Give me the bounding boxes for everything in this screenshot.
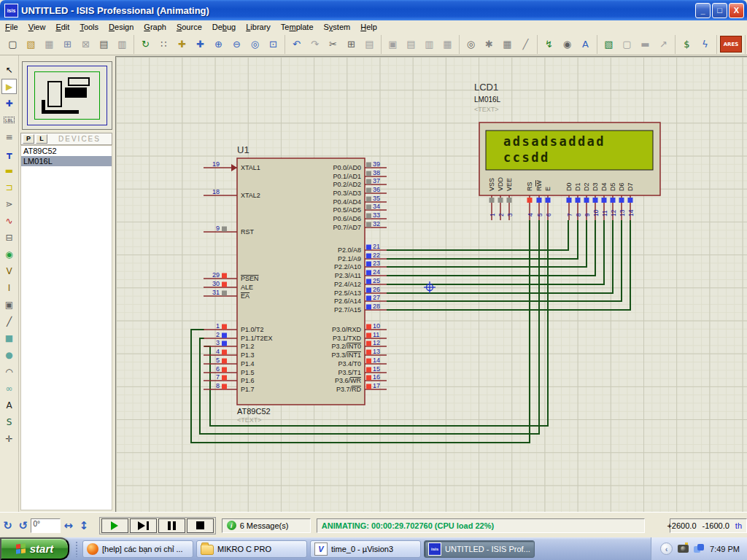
virtual-instruments-mode-button[interactable]: ▣	[1, 297, 17, 312]
menu-source[interactable]: Source	[171, 22, 207, 32]
taskbar-task-uvision[interactable]: Vtime_0 - µVision3	[310, 540, 421, 558]
block-delete-button[interactable]: ▦	[439, 36, 456, 52]
property-assignment-button[interactable]: A	[577, 36, 594, 52]
start-button[interactable]: start	[0, 537, 69, 560]
copy-button[interactable]: ⊞	[343, 36, 360, 52]
wire[interactable]	[387, 220, 568, 250]
2d-line-mode-button[interactable]: ╱	[1, 314, 17, 329]
stop-button[interactable]	[187, 518, 214, 533]
menu-view[interactable]: View	[23, 22, 51, 32]
step-button[interactable]	[130, 518, 157, 533]
block-copy-button[interactable]: ▣	[384, 36, 401, 52]
redo-button[interactable]: ↷	[306, 36, 323, 52]
wire[interactable]	[387, 220, 613, 293]
device-item-lm016l[interactable]: LM016L	[21, 156, 112, 166]
message-panel[interactable]: i 6 Message(s)	[222, 518, 311, 533]
block-move-button[interactable]: ▤	[403, 36, 419, 52]
print-button[interactable]: ▤	[96, 36, 112, 52]
menu-file[interactable]: File	[0, 22, 23, 32]
export-section-button[interactable]: ⊠	[77, 36, 94, 52]
redraw-button[interactable]: ↻	[137, 36, 154, 52]
save-file-button[interactable]: ▦	[41, 36, 58, 52]
wire[interactable]	[387, 220, 630, 310]
text-script-mode-button[interactable]: ≡	[1, 129, 17, 144]
design-explorer-button[interactable]: ▧	[600, 36, 617, 52]
marker-mode-button[interactable]: ✛	[1, 431, 17, 446]
bus-mode-button[interactable]: ┳	[1, 146, 17, 161]
schematic-edit-window[interactable]: U1AT89C52<TEXT>19XTAL118XTAL29RST29PSEN3…	[115, 56, 747, 513]
minimize-button[interactable]: _	[695, 3, 711, 18]
subcircuit-mode-button[interactable]: ▬	[1, 163, 17, 178]
taskbar-task-folder[interactable]: MIKRO C PRO	[196, 540, 307, 558]
pause-button[interactable]	[158, 518, 185, 533]
electrical-check-button[interactable]: ϟ	[697, 36, 713, 52]
overview-window[interactable]	[22, 61, 112, 130]
flip-vertical-button[interactable]: ↕	[76, 519, 91, 532]
close-button[interactable]: X	[729, 3, 744, 18]
zoom-all-button[interactable]: ◎	[247, 36, 263, 52]
graph-mode-button[interactable]: ∿	[1, 213, 17, 228]
new-sheet-button[interactable]: ▢	[619, 36, 635, 52]
terminal-mode-button[interactable]: ⊐	[1, 179, 17, 195]
junction-dot-mode-button[interactable]: ✚	[1, 96, 17, 111]
library-manager-button[interactable]: L	[36, 134, 47, 144]
netlist-to-ares-button[interactable]: ARES	[720, 36, 742, 52]
undo-button[interactable]: ↶	[288, 36, 305, 52]
packaging-tool-button[interactable]: ▦	[499, 36, 516, 52]
decompose-button[interactable]: ╱	[517, 36, 534, 52]
menu-design[interactable]: Design	[104, 22, 139, 32]
2d-circle-mode-button[interactable]: ●	[1, 347, 17, 362]
zoom-area-button[interactable]: ⊡	[265, 36, 282, 52]
wire[interactable]	[387, 220, 587, 267]
device-pin-mode-button[interactable]: ⋗	[1, 196, 17, 211]
generator-mode-button[interactable]: ◉	[1, 246, 17, 262]
messenger-tray-icon[interactable]	[694, 544, 705, 553]
toggle-grid-button[interactable]: ∷	[155, 36, 172, 52]
2d-text-mode-button[interactable]: A	[1, 397, 17, 413]
origin-button[interactable]: ✚	[174, 36, 190, 52]
search-tag-button[interactable]: ◉	[559, 36, 576, 52]
menu-library[interactable]: Library	[241, 22, 276, 32]
menu-template[interactable]: Template	[276, 22, 319, 32]
rotation-angle-field[interactable]: 0°	[31, 518, 61, 533]
quick-launch-handle[interactable]	[75, 541, 78, 557]
cut-button[interactable]: ✂	[325, 36, 341, 52]
camera-tray-icon[interactable]	[678, 545, 689, 553]
flip-horizontal-button[interactable]: ↔	[61, 519, 76, 532]
menu-system[interactable]: System	[319, 22, 356, 32]
pan-button[interactable]: ✚	[192, 36, 209, 52]
mark-output-area-button[interactable]: ▥	[114, 36, 131, 52]
bill-of-materials-button[interactable]: $	[678, 36, 695, 52]
import-section-button[interactable]: ⊞	[59, 36, 76, 52]
block-rotate-button[interactable]: ▥	[421, 36, 438, 52]
restore-button[interactable]: □	[712, 3, 727, 18]
2d-arc-mode-button[interactable]: ◠	[1, 364, 17, 379]
pick-device-button[interactable]: ◎	[462, 36, 479, 52]
current-probe-mode-button[interactable]: I	[1, 280, 17, 295]
voltage-probe-mode-button[interactable]: V	[1, 263, 17, 279]
remove-sheet-button[interactable]: ▬	[637, 36, 654, 52]
menu-graph[interactable]: Graph	[139, 22, 171, 32]
pick-devices-button[interactable]: P	[23, 134, 34, 144]
component-mode-button[interactable]: ▶	[1, 79, 17, 94]
menu-help[interactable]: Help	[355, 22, 382, 32]
rotate-clockwise-button[interactable]: ↻	[0, 519, 15, 532]
wire-autorouter-button[interactable]: ↯	[541, 36, 557, 52]
taskbar-task-firefox[interactable]: [help] các bạn ơi chỉ ...	[82, 540, 193, 558]
device-item-at89c52[interactable]: AT89C52	[21, 146, 112, 156]
wire-label-mode-button[interactable]: LBL	[1, 112, 17, 128]
goto-sheet-button[interactable]: ↗	[655, 36, 672, 52]
play-button[interactable]	[101, 518, 128, 533]
wire[interactable]	[387, 220, 604, 284]
new-file-button[interactable]: ▢	[4, 36, 21, 52]
hide-icons-chevron[interactable]: ‹	[660, 542, 673, 555]
paste-button[interactable]: ▤	[361, 36, 378, 52]
2d-box-mode-button[interactable]: ■	[1, 330, 17, 346]
tape-recorder-mode-button[interactable]: ⊟	[1, 230, 17, 245]
2d-symbol-mode-button[interactable]: S	[1, 414, 17, 429]
menu-debug[interactable]: Debug	[207, 22, 241, 32]
menu-tools[interactable]: Tools	[74, 22, 104, 32]
make-device-button[interactable]: ✱	[481, 36, 498, 52]
taskbar-task-isis[interactable]: isisUNTITLED - ISIS Prof...	[424, 540, 535, 558]
zoom-in-button[interactable]: ⊕	[210, 36, 227, 52]
